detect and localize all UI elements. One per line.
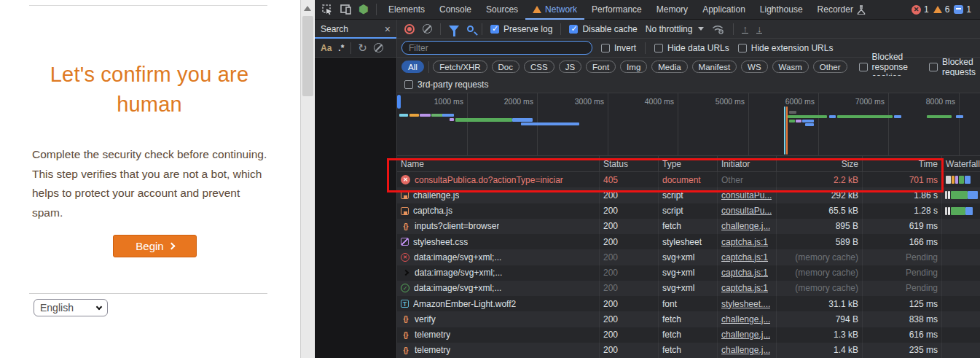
pill-js[interactable]: JS: [559, 61, 581, 73]
checkbox-icon[interactable]: [601, 44, 610, 52]
language-select[interactable]: English: [34, 299, 108, 316]
checkbox-icon[interactable]: [404, 80, 413, 89]
initiator-link[interactable]: captcha.js:1: [721, 237, 768, 247]
table-row[interactable]: stylesheet.css 200 stylesheet captcha.js…: [397, 234, 980, 249]
inspect-element-icon[interactable]: [322, 4, 333, 15]
invert-checkbox[interactable]: Invert: [601, 43, 636, 53]
table-row[interactable]: {}telemetry 200 fetch challenge.j... 1.4…: [397, 343, 980, 358]
import-har-icon[interactable]: ↑: [742, 25, 748, 34]
table-row[interactable]: {}telemetry 200 fetch challenge.j... 1.3…: [397, 327, 980, 343]
hide-extension-urls-checkbox[interactable]: Hide extension URLs: [738, 43, 834, 53]
tab-elements[interactable]: Elements: [381, 0, 432, 20]
initiator-link[interactable]: consultaPu...: [721, 190, 772, 201]
pill-fetch-xhr[interactable]: Fetch/XHR: [433, 61, 487, 73]
column-header-name[interactable]: Name: [397, 156, 600, 171]
tab-console[interactable]: Console: [432, 0, 479, 20]
initiator-link[interactable]: captcha.js:1: [721, 283, 768, 293]
pill-css[interactable]: CSS: [524, 61, 554, 73]
checkbox-icon[interactable]: [929, 63, 938, 71]
device-toolbar-icon[interactable]: [340, 4, 351, 15]
initiator-link[interactable]: captcha.js:1: [721, 268, 768, 278]
pill-all[interactable]: All: [401, 61, 424, 73]
search-drawer-tab[interactable]: Search ×: [315, 20, 397, 39]
table-row[interactable]: ✓data:image/svg+xml;... 200 svg+xml capt…: [397, 281, 980, 296]
throttling-dropdown[interactable]: No throttling: [646, 24, 705, 34]
column-header-time[interactable]: Time: [863, 156, 942, 171]
pill-font[interactable]: Font: [586, 61, 616, 73]
console-warnings-badge[interactable]: 6: [933, 4, 950, 15]
network-toolbar: Search × Preserve log Disable cache: [315, 20, 980, 39]
refresh-icon[interactable]: ↻: [358, 44, 367, 52]
close-icon[interactable]: ×: [385, 23, 391, 35]
column-header-waterfall[interactable]: Waterfall: [942, 156, 980, 171]
waterfall-bar: [965, 207, 973, 215]
checkbox-checked-icon[interactable]: [569, 25, 578, 34]
table-row[interactable]: {}inputs?client=browser 200 fetch challe…: [397, 219, 980, 234]
table-row[interactable]: captcha.js 200 script consultaPu... 65.5…: [397, 203, 980, 219]
pill-wasm[interactable]: Wasm: [772, 61, 809, 73]
tab-recorder[interactable]: Recorder: [810, 0, 873, 20]
pill-other[interactable]: Other: [813, 61, 847, 73]
tab-network[interactable]: Network: [525, 0, 584, 20]
table-row[interactable]: challenge.js 200 script consultaPu... 29…: [397, 187, 980, 203]
record-network-log-button[interactable]: [404, 24, 415, 34]
network-conditions-icon[interactable]: [712, 24, 725, 34]
table-row[interactable]: data:image/svg+xml;... 200 svg+xml captc…: [397, 265, 980, 281]
page-scrollbar[interactable]: [300, 0, 314, 358]
match-case-icon[interactable]: Aa: [321, 43, 332, 53]
node-icon[interactable]: ⬢: [358, 4, 369, 15]
begin-button[interactable]: Begin: [113, 235, 197, 257]
table-row[interactable]: ✕consultaPublica.do?actionType=iniciar 4…: [397, 172, 980, 187]
column-header-status[interactable]: Status: [600, 156, 659, 171]
initiator-link[interactable]: challenge.j...: [721, 221, 770, 231]
filter-icon[interactable]: [449, 26, 459, 32]
third-party-requests-checkbox[interactable]: 3rd-party requests: [404, 79, 488, 90]
checkbox-icon[interactable]: [738, 44, 747, 52]
initiator-link[interactable]: stylesheet....: [721, 299, 770, 309]
initiator-link[interactable]: challenge.j...: [721, 330, 770, 340]
table-row[interactable]: ✕data:image/svg+xml;... 200 svg+xml capt…: [397, 249, 980, 265]
initiator-link[interactable]: consultaPu...: [721, 206, 772, 216]
checkbox-icon[interactable]: [654, 44, 663, 52]
tab-sources[interactable]: Sources: [479, 0, 525, 20]
column-header-initiator[interactable]: Initiator: [718, 156, 777, 171]
tab-application[interactable]: Application: [695, 0, 753, 20]
filter-input[interactable]: [401, 41, 592, 55]
scroll-up-arrow-icon[interactable]: [304, 6, 311, 11]
pill-manifest[interactable]: Manifest: [692, 61, 737, 73]
tab-lighthouse[interactable]: Lighthouse: [753, 0, 810, 20]
console-errors-badge[interactable]: ✕ 1: [912, 4, 929, 15]
timeline-bar: [894, 115, 901, 118]
disable-cache-checkbox[interactable]: Disable cache: [569, 24, 637, 34]
preserve-log-checkbox[interactable]: Preserve log: [490, 24, 552, 34]
blocked-requests-checkbox[interactable]: Blocked requests: [929, 57, 976, 77]
table-row[interactable]: {}verify 200 fetch challenge.j... 794 B …: [397, 311, 980, 327]
checkbox-icon[interactable]: [859, 63, 868, 71]
clear-search-icon[interactable]: [374, 43, 383, 52]
column-header-type[interactable]: Type: [659, 156, 718, 171]
search-icon[interactable]: [467, 26, 474, 32]
pill-img[interactable]: Img: [620, 61, 647, 73]
initiator-link[interactable]: captcha.js:1: [721, 252, 768, 262]
regex-icon[interactable]: .*: [338, 43, 344, 53]
scrollbar-thumb[interactable]: [302, 16, 313, 96]
column-header-size[interactable]: Size: [777, 156, 863, 171]
hide-data-urls-checkbox[interactable]: Hide data URLs: [654, 43, 729, 53]
waterfall-bar: [952, 176, 954, 184]
initiator-link[interactable]: challenge.j...: [721, 345, 770, 355]
issues-badge[interactable]: 1: [954, 4, 971, 15]
pill-ws[interactable]: WS: [741, 61, 768, 73]
export-har-icon[interactable]: ↓: [756, 25, 763, 34]
tab-memory[interactable]: Memory: [649, 0, 695, 20]
timeline-tick: 6000 ms: [785, 97, 815, 106]
overview-drag-handle[interactable]: [397, 95, 401, 109]
pill-doc[interactable]: Doc: [492, 61, 520, 73]
clear-network-log-button[interactable]: [423, 24, 432, 34]
tab-performance[interactable]: Performance: [584, 0, 649, 20]
table-row[interactable]: TAmazonEmber-Light.woff2 200 font styles…: [397, 296, 980, 311]
network-overview-timeline[interactable]: 1000 ms 2000 ms 3000 ms 4000 ms 5000 ms …: [397, 93, 980, 156]
pill-media[interactable]: Media: [651, 61, 687, 73]
timeline-bar: [788, 115, 827, 118]
initiator-link[interactable]: challenge.j...: [721, 314, 770, 324]
checkbox-checked-icon[interactable]: [490, 25, 499, 34]
